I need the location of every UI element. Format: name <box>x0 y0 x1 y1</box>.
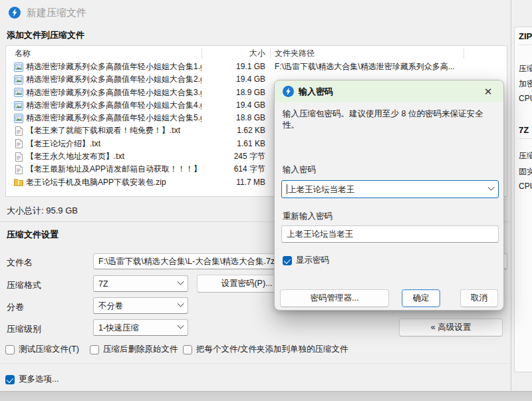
show-password-checkbox[interactable]: 显示密码 <box>283 255 329 266</box>
file-list-header: 名称 大小 文件夹路径 <box>6 46 507 61</box>
level-label: 压缩级别 <box>7 323 41 335</box>
password-label: 输入密码 <box>283 164 316 176</box>
file-size: 1.61 KB <box>202 138 265 150</box>
file-type-icon <box>14 139 23 148</box>
divider <box>519 138 532 139</box>
panel-item: CPU <box>519 94 532 103</box>
panel-item: 固实 <box>519 166 532 178</box>
test-archive-checkbox[interactable]: 测试压缩文件(T) <box>5 344 79 355</box>
more-options-checkbox[interactable]: 更多选项... <box>5 374 59 385</box>
file-type-icon <box>14 178 23 187</box>
panel-item: 压缩 <box>519 150 532 162</box>
password-manager-button[interactable]: 密码管理器... <box>280 289 389 307</box>
checkbox-icon[interactable] <box>283 256 292 265</box>
file-size: 18.8 GB <box>202 112 265 124</box>
checkbox-label: 把每个文件/文件夹添加到单独的压缩文件 <box>196 344 348 355</box>
titlebar: 新建压缩文件 <box>0 0 532 25</box>
table-row[interactable]: 精选泄密珍藏系列众多高颜值年轻小姐姐大合集1.gif 19.1 GB F:\迅雷… <box>6 61 507 73</box>
file-name: 【老王论坛介绍】.txt <box>26 138 100 150</box>
app-logo-icon <box>283 86 294 97</box>
volume-label: 分卷 <box>7 301 24 313</box>
window-edge <box>511 0 511 391</box>
advanced-settings-button[interactable]: « 高级设置 <box>399 319 503 336</box>
cancel-button[interactable]: 取消 <box>460 289 498 307</box>
checkbox-label: 显示密码 <box>296 255 329 266</box>
checkbox-icon[interactable] <box>90 345 99 354</box>
add-files-section-label: 添加文件到压缩文件 <box>7 29 84 41</box>
divider <box>519 45 532 45</box>
dialog-titlebar: 输入密码 ✕ <box>275 80 503 102</box>
dialog-title: 输入密码 <box>299 80 333 102</box>
format-dropdown[interactable]: 7Z <box>93 275 188 292</box>
file-size: 11.7 MB <box>202 176 265 189</box>
file-size: 19.4 GB <box>202 73 265 86</box>
file-name: 老王论坛手机及电脑APP下载安装包.zip <box>26 176 166 189</box>
volume-value: 不分卷 <box>98 299 178 313</box>
column-header-size[interactable]: 大小 <box>202 46 265 61</box>
checkbox-label: 更多选项... <box>19 374 59 385</box>
file-size: 1.62 KB <box>202 124 265 137</box>
checkbox-label: 测试压缩文件(T) <box>19 344 79 355</box>
file-type-icon <box>14 75 23 84</box>
file-type-icon <box>14 114 23 123</box>
file-size: 18.9 GB <box>202 86 265 99</box>
chevron-down-icon <box>178 279 184 285</box>
file-path: F:\迅雷下载\精选大合集\精选泄密珍藏系列众多高... <box>275 61 504 73</box>
screen: 新建压缩文件 添加文件到压缩文件 名称 大小 文件夹路径 <box>0 0 532 401</box>
file-type-icon <box>14 126 23 136</box>
file-type-icon <box>14 101 23 110</box>
dialog-instruction: 输入压缩包密码。建议使用至少 8 位的密码来保证安全性。 <box>283 108 497 131</box>
panel-section-7z: 7Z <box>519 125 529 135</box>
window-title: 新建压缩文件 <box>27 0 86 25</box>
password-dialog: 输入密码 ✕ 输入压缩包密码。建议使用至少 8 位的密码来保证安全性。 输入密码… <box>274 80 504 311</box>
app-logo-icon <box>9 7 21 19</box>
panel-item: 加密 <box>519 78 532 90</box>
file-name: 精选泄密珍藏系列众多高颜值年轻小姐姐大合集4.gif <box>26 99 201 112</box>
password-value: 上老王论坛当老王 <box>288 182 489 197</box>
file-size: 614 字节 <box>202 163 265 176</box>
file-type-icon <box>14 63 23 72</box>
column-divider <box>464 48 464 59</box>
file-size: 245 字节 <box>202 150 265 163</box>
format-value: 7Z <box>98 277 178 291</box>
text-cursor <box>287 184 287 194</box>
file-name: 精选泄密珍藏系列众多高颜值年轻小姐姐大合集1.gif <box>26 61 201 73</box>
archive-settings-section-label: 压缩文件设置 <box>7 229 59 241</box>
file-size: 19.4 GB <box>202 99 265 112</box>
column-divider <box>201 48 202 59</box>
delete-after-checkbox[interactable]: 压缩后删除原始文件 <box>90 344 178 355</box>
separate-archives-checkbox[interactable]: 把每个文件/文件夹添加到单独的压缩文件 <box>183 344 348 355</box>
password-input[interactable]: 上老王论坛当老王 <box>281 180 499 198</box>
panel-item: CPU <box>519 182 532 191</box>
chevron-down-icon[interactable] <box>488 184 495 191</box>
file-name: 【老王来了就能下载和观看！纯免费！】.txt <box>26 124 180 137</box>
file-type-icon <box>14 152 23 162</box>
file-name: 【老王最新地址及APP请发邮箱自动获取！！！】.... <box>26 163 201 176</box>
advanced-panel: ZIP 压缩 加密 CPU 7Z 压缩 固实 CPU <box>514 27 532 372</box>
level-value: 1-快速压缩 <box>98 321 178 335</box>
file-name: 精选泄密珍藏系列众多高颜值年轻小姐姐大合集2.gif <box>26 73 201 86</box>
file-name: 精选泄密珍藏系列众多高颜值年轻小姐姐大合集5.gif <box>26 112 201 124</box>
checkbox-icon[interactable] <box>183 345 192 354</box>
divider <box>0 363 510 364</box>
checkbox-icon[interactable] <box>5 375 15 384</box>
filename-label: 文件名 <box>7 257 33 269</box>
column-header-path[interactable]: 文件夹路径 <box>275 46 315 61</box>
chevron-down-icon <box>178 301 184 307</box>
file-size: 19.1 GB <box>202 61 265 73</box>
confirm-password-label: 重新输入密码 <box>283 211 332 222</box>
level-dropdown[interactable]: 1-快速压缩 <box>93 319 188 336</box>
close-icon[interactable]: ✕ <box>479 80 497 102</box>
ok-button[interactable]: 确定 <box>402 289 440 307</box>
column-header-name[interactable]: 名称 <box>15 46 31 61</box>
panel-item: 压缩 <box>519 63 532 74</box>
background-window-strip <box>0 391 532 401</box>
checkbox-icon[interactable] <box>5 345 15 354</box>
file-name: 精选泄密珍藏系列众多高颜值年轻小姐姐大合集3.gif <box>26 86 201 99</box>
checkbox-label: 压缩后删除原始文件 <box>103 344 178 355</box>
confirm-password-input[interactable]: 上老王论坛当老王 <box>281 225 499 243</box>
column-divider <box>270 48 271 59</box>
volume-dropdown[interactable]: 不分卷 <box>93 297 188 314</box>
format-label: 压缩格式 <box>7 279 41 291</box>
file-name: 【老王永久地址发布页】.txt <box>26 150 124 163</box>
